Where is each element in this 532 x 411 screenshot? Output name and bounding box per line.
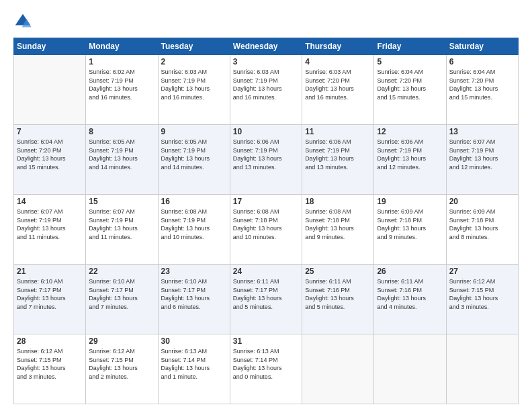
header (13, 12, 519, 31)
calendar-cell: 20Sunrise: 6:09 AM Sunset: 7:18 PM Dayli… (446, 195, 518, 265)
calendar-cell (302, 334, 374, 404)
calendar-cell: 13Sunrise: 6:07 AM Sunset: 7:19 PM Dayli… (446, 125, 518, 195)
calendar-cell: 5Sunrise: 6:04 AM Sunset: 7:20 PM Daylig… (374, 55, 446, 125)
logo (13, 12, 35, 31)
calendar-week-row: 7Sunrise: 6:04 AM Sunset: 7:20 PM Daylig… (14, 125, 519, 195)
day-number: 6 (449, 57, 515, 66)
cell-info: Sunrise: 6:09 AM Sunset: 7:18 PM Dayligh… (377, 208, 443, 241)
day-number: 20 (449, 197, 515, 206)
cell-info: Sunrise: 6:08 AM Sunset: 7:18 PM Dayligh… (305, 208, 371, 241)
calendar-cell: 21Sunrise: 6:10 AM Sunset: 7:17 PM Dayli… (14, 265, 86, 334)
calendar-cell: 6Sunrise: 6:04 AM Sunset: 7:20 PM Daylig… (446, 55, 518, 125)
cell-info: Sunrise: 6:04 AM Sunset: 7:20 PM Dayligh… (17, 138, 83, 171)
day-number: 23 (161, 267, 227, 276)
weekday-header: Thursday (302, 38, 374, 55)
day-number: 31 (233, 336, 299, 346)
calendar-table: SundayMondayTuesdayWednesdayThursdayFrid… (13, 38, 519, 404)
calendar-cell: 26Sunrise: 6:11 AM Sunset: 7:16 PM Dayli… (374, 265, 446, 334)
calendar-cell: 3Sunrise: 6:03 AM Sunset: 7:19 PM Daylig… (230, 55, 302, 125)
weekday-header: Sunday (14, 38, 86, 55)
day-number: 29 (89, 336, 154, 346)
header-row: SundayMondayTuesdayWednesdayThursdayFrid… (14, 38, 519, 55)
logo-icon (13, 12, 32, 31)
calendar-cell: 4Sunrise: 6:03 AM Sunset: 7:20 PM Daylig… (302, 55, 374, 125)
day-number: 7 (17, 127, 83, 136)
weekday-header: Tuesday (158, 38, 230, 55)
cell-info: Sunrise: 6:06 AM Sunset: 7:19 PM Dayligh… (233, 138, 299, 171)
calendar-week-row: 28Sunrise: 6:12 AM Sunset: 7:15 PM Dayli… (14, 334, 519, 404)
page: SundayMondayTuesdayWednesdayThursdayFrid… (0, 0, 532, 411)
cell-info: Sunrise: 6:08 AM Sunset: 7:18 PM Dayligh… (233, 208, 299, 241)
calendar-cell: 12Sunrise: 6:06 AM Sunset: 7:19 PM Dayli… (374, 125, 446, 195)
cell-info: Sunrise: 6:06 AM Sunset: 7:19 PM Dayligh… (377, 138, 443, 171)
day-number: 28 (17, 336, 83, 346)
calendar-cell: 2Sunrise: 6:03 AM Sunset: 7:19 PM Daylig… (158, 55, 230, 125)
day-number: 4 (305, 57, 371, 66)
day-number: 3 (233, 57, 299, 66)
day-number: 30 (161, 336, 227, 346)
day-number: 27 (449, 267, 515, 276)
calendar-cell: 24Sunrise: 6:11 AM Sunset: 7:17 PM Dayli… (230, 265, 302, 334)
day-number: 26 (377, 267, 443, 276)
day-number: 13 (449, 127, 515, 136)
calendar-cell (446, 334, 518, 404)
calendar-cell: 17Sunrise: 6:08 AM Sunset: 7:18 PM Dayli… (230, 195, 302, 265)
calendar-cell: 19Sunrise: 6:09 AM Sunset: 7:18 PM Dayli… (374, 195, 446, 265)
calendar-cell: 8Sunrise: 6:05 AM Sunset: 7:19 PM Daylig… (86, 125, 158, 195)
day-number: 2 (161, 57, 227, 66)
calendar-cell: 14Sunrise: 6:07 AM Sunset: 7:19 PM Dayli… (14, 195, 86, 265)
calendar-cell: 23Sunrise: 6:10 AM Sunset: 7:17 PM Dayli… (158, 265, 230, 334)
day-number: 18 (305, 197, 371, 206)
cell-info: Sunrise: 6:12 AM Sunset: 7:15 PM Dayligh… (17, 347, 83, 381)
calendar-week-row: 21Sunrise: 6:10 AM Sunset: 7:17 PM Dayli… (14, 265, 519, 334)
calendar-cell: 7Sunrise: 6:04 AM Sunset: 7:20 PM Daylig… (14, 125, 86, 195)
day-number: 5 (377, 57, 443, 66)
cell-info: Sunrise: 6:02 AM Sunset: 7:19 PM Dayligh… (89, 68, 154, 101)
cell-info: Sunrise: 6:13 AM Sunset: 7:14 PM Dayligh… (161, 347, 227, 381)
day-number: 10 (233, 127, 299, 136)
cell-info: Sunrise: 6:05 AM Sunset: 7:19 PM Dayligh… (161, 138, 227, 171)
calendar-cell: 10Sunrise: 6:06 AM Sunset: 7:19 PM Dayli… (230, 125, 302, 195)
cell-info: Sunrise: 6:03 AM Sunset: 7:19 PM Dayligh… (161, 68, 227, 101)
cell-info: Sunrise: 6:07 AM Sunset: 7:19 PM Dayligh… (449, 138, 515, 171)
cell-info: Sunrise: 6:13 AM Sunset: 7:14 PM Dayligh… (233, 347, 299, 381)
weekday-header: Monday (86, 38, 158, 55)
day-number: 11 (305, 127, 371, 136)
calendar-cell: 31Sunrise: 6:13 AM Sunset: 7:14 PM Dayli… (230, 334, 302, 404)
day-number: 25 (305, 267, 371, 276)
cell-info: Sunrise: 6:04 AM Sunset: 7:20 PM Dayligh… (377, 68, 443, 101)
cell-info: Sunrise: 6:11 AM Sunset: 7:16 PM Dayligh… (305, 277, 371, 311)
calendar-cell (374, 334, 446, 404)
cell-info: Sunrise: 6:12 AM Sunset: 7:15 PM Dayligh… (449, 277, 515, 311)
day-number: 1 (89, 57, 154, 66)
calendar-cell: 18Sunrise: 6:08 AM Sunset: 7:18 PM Dayli… (302, 195, 374, 265)
calendar-cell: 22Sunrise: 6:10 AM Sunset: 7:17 PM Dayli… (86, 265, 158, 334)
day-number: 17 (233, 197, 299, 206)
calendar-cell: 9Sunrise: 6:05 AM Sunset: 7:19 PM Daylig… (158, 125, 230, 195)
cell-info: Sunrise: 6:07 AM Sunset: 7:19 PM Dayligh… (17, 208, 83, 241)
calendar-cell: 16Sunrise: 6:08 AM Sunset: 7:19 PM Dayli… (158, 195, 230, 265)
day-number: 8 (89, 127, 154, 136)
calendar-cell: 1Sunrise: 6:02 AM Sunset: 7:19 PM Daylig… (86, 55, 158, 125)
day-number: 21 (17, 267, 83, 276)
calendar-cell: 11Sunrise: 6:06 AM Sunset: 7:19 PM Dayli… (302, 125, 374, 195)
cell-info: Sunrise: 6:03 AM Sunset: 7:19 PM Dayligh… (233, 68, 299, 101)
day-number: 19 (377, 197, 443, 206)
calendar-cell: 15Sunrise: 6:07 AM Sunset: 7:19 PM Dayli… (86, 195, 158, 265)
day-number: 24 (233, 267, 299, 276)
weekday-header: Saturday (446, 38, 518, 55)
calendar-cell: 25Sunrise: 6:11 AM Sunset: 7:16 PM Dayli… (302, 265, 374, 334)
cell-info: Sunrise: 6:11 AM Sunset: 7:16 PM Dayligh… (377, 277, 443, 311)
cell-info: Sunrise: 6:10 AM Sunset: 7:17 PM Dayligh… (161, 277, 227, 311)
weekday-header: Friday (374, 38, 446, 55)
cell-info: Sunrise: 6:07 AM Sunset: 7:19 PM Dayligh… (89, 208, 154, 241)
cell-info: Sunrise: 6:06 AM Sunset: 7:19 PM Dayligh… (305, 138, 371, 171)
calendar-week-row: 14Sunrise: 6:07 AM Sunset: 7:19 PM Dayli… (14, 195, 519, 265)
day-number: 22 (89, 267, 154, 276)
day-number: 14 (17, 197, 83, 206)
cell-info: Sunrise: 6:11 AM Sunset: 7:17 PM Dayligh… (233, 277, 299, 311)
calendar-cell: 29Sunrise: 6:12 AM Sunset: 7:15 PM Dayli… (86, 334, 158, 404)
cell-info: Sunrise: 6:10 AM Sunset: 7:17 PM Dayligh… (17, 277, 83, 311)
calendar-cell (14, 55, 86, 125)
cell-info: Sunrise: 6:12 AM Sunset: 7:15 PM Dayligh… (89, 347, 154, 381)
